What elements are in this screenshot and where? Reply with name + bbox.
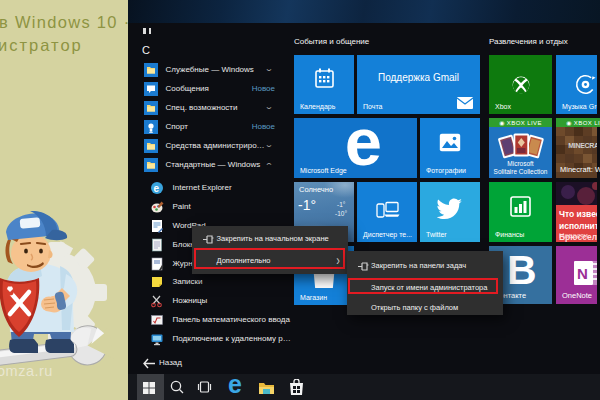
svg-text:e: e — [153, 182, 159, 193]
svg-text:N: N — [577, 265, 588, 282]
